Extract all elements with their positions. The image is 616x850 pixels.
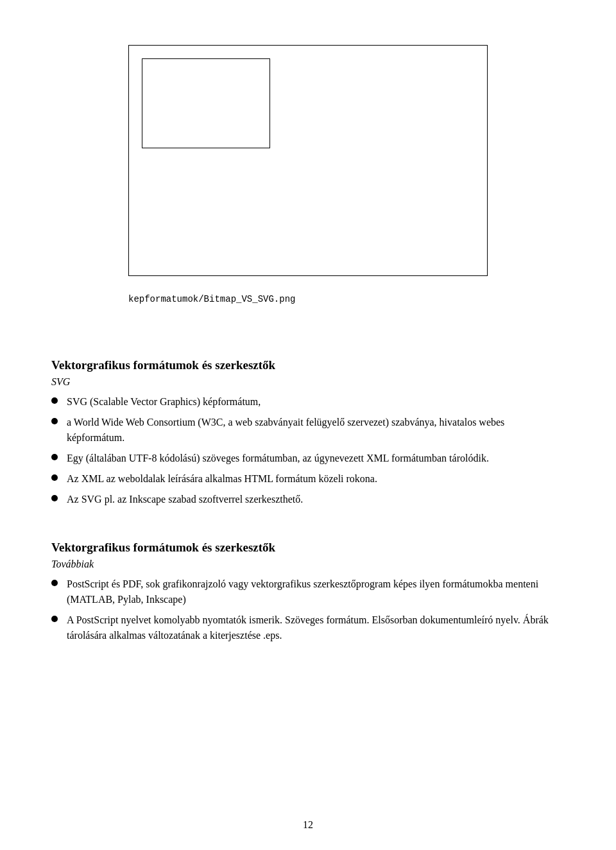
list-item: Az SVG pl. az Inkscape szabad szoftverre…: [51, 492, 565, 507]
page-number: 12: [303, 819, 313, 831]
bullet-icon: [51, 616, 58, 622]
section-title-vector-svg: Vektorgrafikus formátumok és szerkesztők: [51, 358, 565, 372]
bullet-icon: [51, 474, 58, 481]
list-item: A PostScript nyelvet komolyabb nyomtatók…: [51, 612, 565, 643]
bullet-icon: [51, 397, 58, 404]
bullet-list-more: PostScript és PDF, sok grafikonrajzoló v…: [51, 577, 565, 643]
section-subtitle-tovabbiak: Továbbiak: [51, 559, 565, 570]
list-item: Egy (általában UTF-8 kódolású) szöveges …: [51, 451, 565, 466]
section-title-vector-more: Vektorgrafikus formátumok és szerkesztők: [51, 541, 565, 555]
bullet-icon: [51, 580, 58, 586]
image-area: kepformatumok/Bitmap_VS_SVG.png: [51, 26, 565, 304]
bullet-text: PostScript és PDF, sok grafikonrajzoló v…: [67, 577, 565, 607]
image-box: [128, 45, 488, 276]
bullet-text: Az XML az weboldalak leírására alkalmas …: [67, 471, 565, 487]
section-vector-more: Vektorgrafikus formátumok és szerkesztők…: [51, 525, 565, 648]
bullet-text: Egy (általában UTF-8 kódolású) szöveges …: [67, 451, 565, 466]
bullet-icon: [51, 418, 58, 424]
list-item: Az XML az weboldalak leírására alkalmas …: [51, 471, 565, 487]
page: kepformatumok/Bitmap_VS_SVG.png Vektorgr…: [0, 0, 616, 850]
bullet-text: SVG (Scalable Vector Graphics) képformát…: [67, 394, 565, 410]
image-filename: kepformatumok/Bitmap_VS_SVG.png: [128, 294, 295, 304]
bullet-icon: [51, 495, 58, 501]
bullet-text: Az SVG pl. az Inkscape szabad szoftverre…: [67, 492, 565, 507]
bullet-icon: [51, 454, 58, 460]
list-item: a World Wide Web Consortium (W3C, a web …: [51, 415, 565, 446]
list-item: PostScript és PDF, sok grafikonrajzoló v…: [51, 577, 565, 607]
section-subtitle-svg: SVG: [51, 376, 565, 388]
bullet-text: a World Wide Web Consortium (W3C, a web …: [67, 415, 565, 446]
bullet-list-svg: SVG (Scalable Vector Graphics) képformát…: [51, 394, 565, 507]
section-vector-svg: Vektorgrafikus formátumok és szerkesztők…: [51, 343, 565, 512]
inner-image-box: [142, 58, 270, 148]
bullet-text: A PostScript nyelvet komolyabb nyomtatók…: [67, 612, 565, 643]
list-item: SVG (Scalable Vector Graphics) képformát…: [51, 394, 565, 410]
